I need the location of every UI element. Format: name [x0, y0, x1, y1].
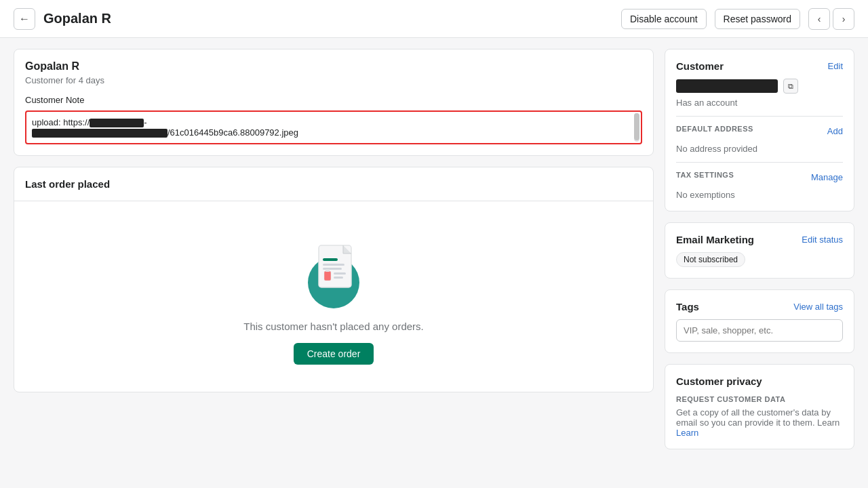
svg-rect-5: [324, 271, 331, 281]
svg-rect-3: [323, 264, 344, 266]
nav-arrows: ‹ ›: [808, 8, 854, 30]
no-exemptions-text: No exemptions: [676, 190, 843, 200]
divider-1: [676, 116, 843, 117]
customer-privacy-card: Customer privacy REQUEST CUSTOMER DATA G…: [665, 364, 854, 449]
last-order-card: Last order placed: [14, 167, 654, 392]
customer-email-row: ⧉: [676, 79, 843, 94]
next-arrow-button[interactable]: ›: [833, 8, 854, 30]
svg-rect-7: [334, 272, 346, 274]
note-text-suffix: -: [144, 117, 146, 127]
customer-section-card: Customer Edit ⧉ Has an account DEFAULT A…: [665, 49, 854, 211]
customer-info-card: Gopalan R Customer for 4 days Customer N…: [14, 49, 654, 156]
no-address-text: No address provided: [676, 144, 843, 154]
note-scrollbar[interactable]: [634, 113, 639, 142]
tags-header: Tags View all tags: [676, 301, 843, 312]
copy-email-button[interactable]: ⧉: [783, 79, 798, 94]
right-column: Customer Edit ⧉ Has an account DEFAULT A…: [665, 49, 854, 449]
tax-settings-header: TAX SETTINGS Manage: [676, 171, 843, 183]
customer-note-label: Customer Note: [25, 95, 642, 105]
learn-more-link[interactable]: Learn: [676, 428, 698, 438]
reset-password-button[interactable]: Reset password: [715, 9, 800, 29]
request-data-title: REQUEST CUSTOMER DATA: [676, 395, 843, 403]
default-address-header: DEFAULT ADDRESS Add: [676, 125, 843, 137]
manage-tax-button[interactable]: Manage: [811, 172, 843, 182]
last-order-header: Last order placed: [14, 167, 653, 201]
scrollbar-thumb: [634, 113, 639, 140]
top-actions: Disable account Reset password ‹ ›: [621, 8, 854, 30]
has-account-text: Has an account: [676, 98, 843, 108]
customer-name: Gopalan R: [25, 60, 642, 73]
tags-title: Tags: [676, 301, 699, 312]
svg-rect-6: [326, 269, 330, 272]
request-data-desc: Get a copy of all the customer's data by…: [676, 407, 843, 438]
not-subscribed-badge: Not subscribed: [676, 252, 745, 267]
svg-rect-2: [323, 258, 338, 261]
disable-account-button[interactable]: Disable account: [621, 9, 707, 29]
divider-2: [676, 162, 843, 163]
empty-orders-illustration: [293, 228, 374, 310]
tags-input[interactable]: [676, 319, 843, 342]
redacted-url: [90, 119, 144, 127]
customer-edit-button[interactable]: Edit: [828, 61, 843, 71]
customer-email-redacted: [676, 79, 778, 93]
back-icon: ←: [19, 13, 30, 25]
email-marketing-card: Email Marketing Edit status Not subscrib…: [665, 222, 854, 279]
create-order-button[interactable]: Create order: [294, 343, 374, 365]
tags-card: Tags View all tags: [665, 289, 854, 353]
customer-note-box[interactable]: upload: https://- /61c016445b9ca6.880097…: [25, 110, 642, 144]
email-marketing-header: Email Marketing Edit status: [676, 234, 843, 245]
tax-settings-title: TAX SETTINGS: [676, 171, 734, 179]
top-bar: ← Gopalan R Disable account Reset passwo…: [0, 0, 868, 38]
empty-orders-text: This customer hasn't placed any orders.: [243, 321, 424, 332]
default-address-title: DEFAULT ADDRESS: [676, 125, 753, 133]
back-button[interactable]: ←: [14, 8, 35, 30]
add-address-button[interactable]: Add: [827, 126, 843, 136]
note-text-end: /61c016445b9ca6.88009792.jpeg: [167, 127, 298, 138]
redacted-path: [32, 129, 167, 138]
prev-arrow-button[interactable]: ‹: [808, 8, 830, 30]
view-all-tags-button[interactable]: View all tags: [793, 302, 843, 312]
customer-privacy-title: Customer privacy: [676, 375, 843, 387]
page-title: Gopalan R: [43, 11, 613, 26]
email-marketing-title: Email Marketing: [676, 234, 754, 245]
customer-since: Customer for 4 days: [25, 75, 642, 85]
customer-note-text: upload: https://- /61c016445b9ca6.880097…: [32, 117, 635, 138]
last-order-body: This customer hasn't placed any orders. …: [14, 201, 653, 392]
edit-status-button[interactable]: Edit status: [802, 235, 843, 245]
main-content: Gopalan R Customer for 4 days Customer N…: [0, 38, 868, 460]
svg-rect-8: [334, 277, 343, 279]
customer-section-header: Customer Edit: [676, 60, 843, 72]
left-column: Gopalan R Customer for 4 days Customer N…: [14, 49, 654, 449]
customer-section-title: Customer: [676, 60, 724, 72]
